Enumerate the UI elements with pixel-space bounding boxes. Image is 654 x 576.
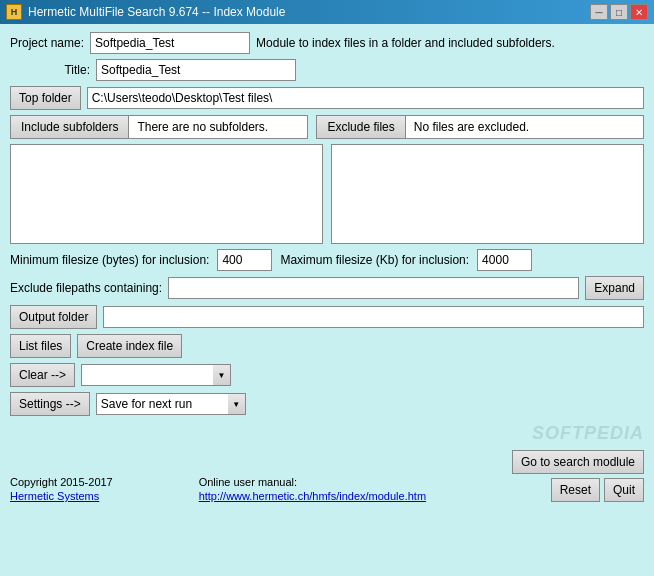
left-textarea[interactable] bbox=[10, 144, 323, 244]
title-bar-left: H Hermetic MultiFile Search 9.674 -- Ind… bbox=[6, 4, 285, 20]
title-bar-text: Hermetic MultiFile Search 9.674 -- Index… bbox=[28, 5, 285, 19]
list-files-button[interactable]: List files bbox=[10, 334, 71, 358]
max-filesize-input[interactable] bbox=[477, 249, 532, 271]
right-textarea[interactable] bbox=[331, 144, 644, 244]
project-name-label: Project name: bbox=[10, 36, 84, 50]
project-name-row: Project name: Module to index files in a… bbox=[10, 32, 644, 54]
company-link[interactable]: Hermetic Systems bbox=[10, 490, 113, 502]
settings-dropdown[interactable]: Save for next run Option 2 bbox=[96, 393, 246, 415]
subfolders-status: There are no subfolders. bbox=[128, 115, 308, 139]
project-name-hint: Module to index files in a folder and in… bbox=[256, 36, 555, 50]
action-buttons-row: List files Create index file bbox=[10, 334, 644, 358]
include-subfolders-button[interactable]: Include subfolders bbox=[10, 115, 129, 139]
quit-button[interactable]: Quit bbox=[604, 478, 644, 502]
exclude-files-button[interactable]: Exclude files bbox=[316, 115, 405, 139]
reset-button[interactable]: Reset bbox=[551, 478, 600, 502]
min-filesize-input[interactable] bbox=[217, 249, 272, 271]
project-name-input[interactable] bbox=[90, 32, 250, 54]
exclude-filepath-input[interactable] bbox=[168, 277, 579, 299]
manual-link[interactable]: http://www.hermetic.ch/hmfs/index/module… bbox=[199, 490, 426, 502]
clear-dropdown[interactable]: Option 1 bbox=[81, 364, 231, 386]
min-filesize-label: Minimum filesize (bytes) for inclusion: bbox=[10, 253, 209, 267]
settings-button[interactable]: Settings --> bbox=[10, 392, 90, 416]
clear-row: Clear --> Option 1 ▼ bbox=[10, 363, 644, 387]
manual-label: Online user manual: bbox=[199, 476, 426, 488]
app-icon: H bbox=[6, 4, 22, 20]
top-folder-button[interactable]: Top folder bbox=[10, 86, 81, 110]
output-folder-button[interactable]: Output folder bbox=[10, 305, 97, 329]
reset-quit-buttons: Reset Quit bbox=[551, 478, 644, 502]
max-filesize-label: Maximum filesize (Kb) for inclusion: bbox=[280, 253, 469, 267]
bottom-right: SOFTPEDIA Go to search modlule Reset Qui… bbox=[512, 423, 644, 502]
window-controls: ─ □ ✕ bbox=[590, 4, 648, 20]
settings-row: Settings --> Save for next run Option 2 … bbox=[10, 392, 644, 416]
top-folder-row: Top folder bbox=[10, 86, 644, 110]
title-input[interactable] bbox=[96, 59, 296, 81]
bottom-buttons: Go to search modlule bbox=[512, 450, 644, 474]
bottom-row: Copyright 2015-2017 Hermetic Systems Onl… bbox=[10, 423, 644, 502]
clear-dropdown-container: Option 1 ▼ bbox=[81, 364, 231, 386]
textareas-row bbox=[10, 144, 644, 244]
title-bar: H Hermetic MultiFile Search 9.674 -- Ind… bbox=[0, 0, 654, 24]
exclude-filepath-row: Exclude filepaths containing: Expand bbox=[10, 276, 644, 300]
subfolders-row: Include subfolders There are no subfolde… bbox=[10, 115, 644, 139]
goto-search-button[interactable]: Go to search modlule bbox=[512, 450, 644, 474]
output-folder-input[interactable] bbox=[103, 306, 644, 328]
title-row: Title: bbox=[10, 59, 644, 81]
bottom-center: Online user manual: http://www.hermetic.… bbox=[199, 476, 426, 502]
title-label: Title: bbox=[10, 63, 90, 77]
copyright-text: Copyright 2015-2017 bbox=[10, 476, 113, 488]
main-content: Project name: Module to index files in a… bbox=[0, 24, 654, 576]
filesize-row: Minimum filesize (bytes) for inclusion: … bbox=[10, 249, 644, 271]
clear-button[interactable]: Clear --> bbox=[10, 363, 75, 387]
close-button[interactable]: ✕ bbox=[630, 4, 648, 20]
minimize-button[interactable]: ─ bbox=[590, 4, 608, 20]
settings-dropdown-container: Save for next run Option 2 ▼ bbox=[96, 393, 246, 415]
bottom-left: Copyright 2015-2017 Hermetic Systems bbox=[10, 476, 113, 502]
excluded-status: No files are excluded. bbox=[405, 115, 644, 139]
output-folder-row: Output folder bbox=[10, 305, 644, 329]
exclude-filepath-label: Exclude filepaths containing: bbox=[10, 281, 162, 295]
maximize-button[interactable]: □ bbox=[610, 4, 628, 20]
softpedia-watermark: SOFTPEDIA bbox=[532, 423, 644, 444]
create-index-button[interactable]: Create index file bbox=[77, 334, 182, 358]
top-folder-input[interactable] bbox=[87, 87, 644, 109]
expand-button[interactable]: Expand bbox=[585, 276, 644, 300]
